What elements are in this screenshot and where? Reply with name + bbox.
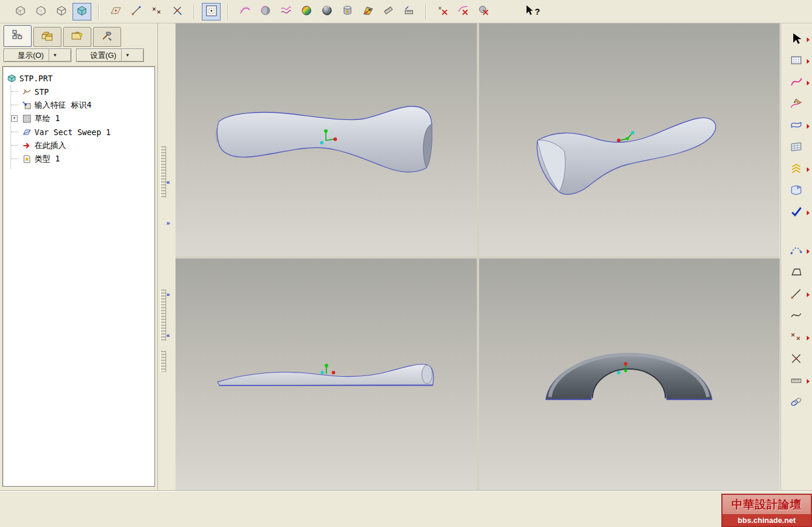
style-curve-button[interactable] [787, 97, 806, 112]
link-tool-button[interactable] [787, 395, 806, 410]
curvature-comb-icon [239, 5, 251, 18]
wave-analysis-button[interactable] [277, 3, 295, 20]
confirm-check-button[interactable] [787, 205, 806, 220]
dotted-curve-button[interactable] [787, 243, 806, 259]
viewport-bottom-right[interactable] [479, 259, 780, 490]
context-help-button[interactable]: ? [521, 3, 544, 20]
viewport-top-left[interactable] [176, 23, 477, 256]
datum-plane-button[interactable] [106, 3, 125, 20]
no-hidden-cube-icon [56, 5, 67, 18]
line-tool-button[interactable] [787, 287, 806, 302]
flyout-arrow-icon [807, 81, 810, 85]
shaded-cube-icon [76, 5, 88, 18]
flyout-arrow-icon [807, 59, 810, 64]
status-bar [0, 490, 812, 527]
trapezoid-button[interactable] [787, 265, 806, 280]
point-icon [790, 330, 803, 345]
model-tree-tab[interactable] [4, 25, 32, 47]
curvature-comb-button[interactable] [236, 3, 254, 20]
ruler-b-icon [403, 5, 415, 18]
tree-row-part[interactable]: STP.PRT [6, 71, 152, 85]
select-arrow-button[interactable] [787, 32, 806, 47]
collapse-chevron-icon[interactable]: « [166, 179, 170, 185]
tree-row-sketch[interactable]: + 草绘 1 [6, 112, 152, 125]
expand-chevron-icon[interactable]: » [166, 220, 170, 226]
layer-tab[interactable] [33, 27, 61, 47]
tools-tab[interactable] [93, 27, 121, 47]
csys-triad [321, 364, 335, 374]
hidden-line-cube-icon [35, 5, 47, 18]
tree-row-insert-here[interactable]: 在此插入 [6, 139, 152, 152]
datum-axis-icon [130, 5, 142, 18]
flyout-arrow-icon [807, 211, 810, 215]
clear-point-button[interactable] [433, 3, 452, 20]
selection-grid-button[interactable] [202, 3, 221, 20]
fold-surface-icon [790, 184, 803, 198]
line-icon [790, 287, 803, 302]
show-dropdown[interactable]: 显示(O) ▼ [4, 49, 71, 62]
measure-tool-button[interactable] [787, 373, 806, 388]
rainbow-sphere-button[interactable] [297, 3, 316, 20]
fold-surface-button[interactable] [787, 183, 806, 198]
context-help-cursor-icon [525, 5, 534, 18]
point-tool-button[interactable] [787, 330, 806, 345]
clear-curve-button[interactable] [454, 3, 473, 20]
toolbar-separator [194, 4, 195, 19]
folder-tab[interactable] [63, 27, 91, 47]
settings-dropdown[interactable]: 设置(G) ▼ [76, 49, 144, 62]
ruler-b-button[interactable] [400, 3, 418, 20]
datum-point-button[interactable] [147, 3, 166, 20]
import-feature-icon [22, 101, 32, 110]
sketch-icon [22, 114, 32, 123]
no-hidden-cube-button[interactable] [52, 3, 71, 20]
flyout-arrow-icon [807, 292, 810, 297]
pink-curve-button[interactable] [787, 75, 806, 90]
select-arrow-icon [790, 32, 803, 47]
tree-row-sweep[interactable]: Var Sect Sweep 1 [6, 125, 152, 139]
panel-splitter[interactable]: « » » « [157, 23, 176, 490]
viewport-bottom-left[interactable] [176, 259, 477, 490]
datum-point-icon [151, 5, 163, 18]
right-toolbar [780, 23, 812, 490]
expander-plus-icon[interactable]: + [11, 115, 18, 122]
expand-chevron-icon[interactable]: » [166, 291, 170, 297]
shaded-analysis-button[interactable] [256, 3, 275, 20]
tree-row-label: 草绘 1 [35, 113, 60, 124]
shaded-cube-button[interactable] [73, 3, 91, 20]
tree-row-type[interactable]: 类型 1 [6, 152, 152, 166]
datum-grid-icon [790, 54, 803, 68]
viewport-top-right[interactable] [479, 23, 780, 256]
offset-arrows-button[interactable] [787, 161, 806, 177]
tree-row-label: STP [35, 87, 49, 97]
draft-cylinder-button[interactable] [338, 3, 357, 20]
hidden-line-cube-button[interactable] [32, 3, 50, 20]
flyout-arrow-icon [807, 167, 810, 172]
csys-tool-button[interactable] [787, 352, 806, 367]
navigator-tabs [2, 25, 156, 47]
surface-button[interactable] [787, 118, 806, 133]
flyout-arrow-icon [807, 249, 810, 254]
clear-sphere-button[interactable] [474, 3, 493, 20]
flyout-arrow-icon [807, 379, 810, 384]
csys-icon [790, 352, 803, 367]
tree-row-stp[interactable]: STP [6, 85, 152, 98]
collapse-chevron-icon[interactable]: « [166, 332, 170, 338]
wave-analysis-icon [280, 5, 292, 18]
datum-grid-button[interactable] [787, 53, 806, 68]
link-icon [790, 395, 803, 410]
reflection-sphere-button[interactable] [318, 3, 336, 20]
tree-row-import-feature[interactable]: 输入特征 标识4 [6, 98, 152, 112]
mesh-surface-button[interactable] [787, 140, 806, 155]
curve-tool-button[interactable] [787, 308, 806, 323]
tree-controls: 显示(O) ▼ 设置(G) ▼ [2, 47, 156, 65]
splitter-grip[interactable] [160, 351, 166, 372]
datum-csys-button[interactable] [168, 3, 187, 20]
splitter-grip[interactable] [160, 146, 166, 198]
style-curve-icon [790, 97, 803, 112]
splitter-grip[interactable] [160, 290, 166, 341]
ruler-a-button[interactable] [379, 3, 398, 20]
tree-row-label: STP.PRT [19, 74, 53, 83]
datum-axis-button[interactable] [127, 3, 146, 20]
color-plane-button[interactable] [359, 3, 377, 20]
wireframe-cube-button[interactable] [11, 3, 30, 20]
